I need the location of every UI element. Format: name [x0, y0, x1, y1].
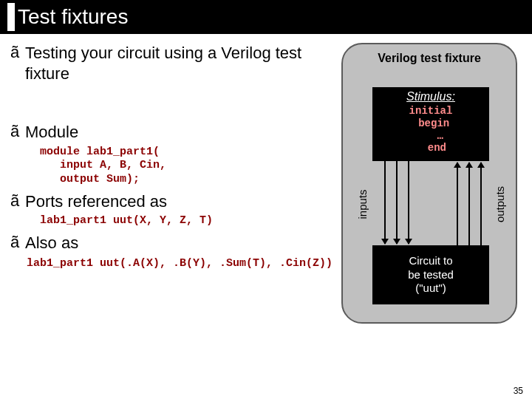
bullet-text: Also as [25, 233, 78, 253]
bullet-text: Testing your circuit using a Verilog tes… [25, 43, 328, 83]
left-column: ã Testing your circuit using a Verilog t… [10, 43, 328, 270]
code-module-line2: input A, B, Cin, [40, 159, 328, 173]
title-bar: Test fixtures [0, 0, 532, 34]
stimulus-box: Stimulus: initial begin … end [372, 87, 489, 161]
code-also-as: lab1_part1 uut(.A(X), .B(Y), .Sum(T), .C… [27, 256, 328, 271]
circuit-text: Circuit to be tested ("uut") [408, 254, 454, 296]
output-arrow-icon [480, 163, 482, 245]
page-title: Test fixtures [18, 5, 128, 29]
code-module-line1: module lab1_part1( [40, 146, 328, 160]
input-arrow-icon [384, 161, 386, 244]
stimulus-code: initial begin … end [372, 105, 489, 154]
bullet-marker: ã [10, 43, 25, 62]
code-module-line3: output Sum); [40, 173, 328, 187]
output-arrow-icon [457, 163, 458, 245]
page-number: 35 [514, 386, 523, 396]
bullet-marker: ã [10, 122, 25, 141]
bullet-module: ã Module [10, 122, 328, 143]
title-gap [7, 3, 15, 31]
code-ports-ref: lab1_part1 uut(X, Y, Z, T) [40, 214, 328, 228]
bullet-ports: ã Ports referenced as [10, 191, 328, 212]
input-arrow-icon [408, 161, 409, 244]
bullet-text: Ports referenced as [25, 191, 167, 212]
bullet-text: Module [25, 122, 78, 143]
input-arrow-icon [396, 161, 398, 244]
bullet-marker: ã [10, 191, 25, 211]
bullet-testing: ã Testing your circuit using a Verilog t… [10, 43, 328, 83]
fixture-title: Verilog test fixture [343, 52, 516, 65]
circuit-box: Circuit to be tested ("uut") [372, 245, 489, 304]
output-arrow-icon [468, 163, 470, 245]
bullet-also: ã Also as [10, 233, 328, 253]
fixture-panel: Verilog test fixture Stimulus: initial b… [341, 43, 517, 324]
stimulus-title: Stimulus: [372, 90, 489, 103]
bullet-marker: ã [10, 233, 25, 252]
inputs-label: inputs [356, 189, 369, 219]
outputs-label: outputs [494, 186, 506, 222]
